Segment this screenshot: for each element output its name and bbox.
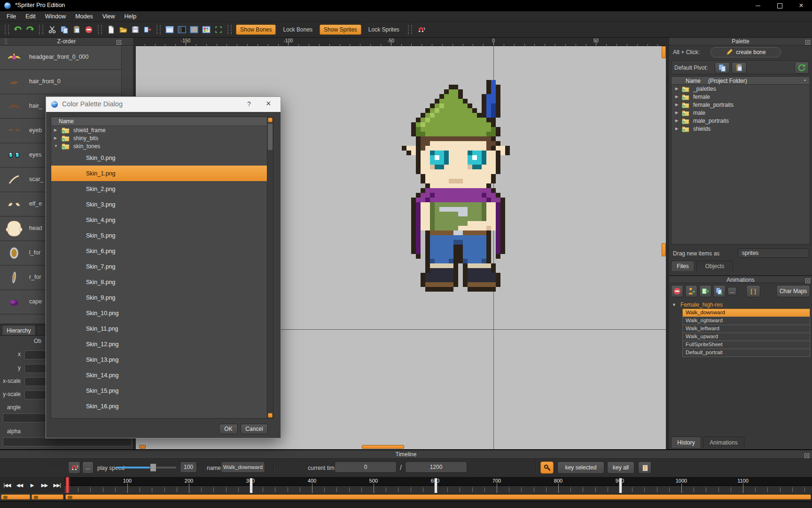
animation-group-label[interactable]: Female_high-res [680, 302, 723, 308]
expand-arrow-icon[interactable]: ▶ [54, 128, 59, 132]
menu-view[interactable]: View [98, 11, 120, 22]
view-dark-button[interactable] [176, 24, 188, 36]
project-folder-shields[interactable]: ▶shields [671, 125, 810, 133]
key-options-button[interactable] [638, 461, 651, 474]
project-folder-female_portraits[interactable]: ▶female_portraits [671, 101, 810, 109]
character-sprite[interactable] [402, 80, 515, 292]
toolbar-group-handle[interactable] [5, 25, 9, 34]
show-sprites-toggle[interactable]: Show Sprites [320, 24, 361, 35]
save-button[interactable] [129, 24, 141, 36]
toolbar-group-handle[interactable] [98, 25, 102, 34]
skin-item-skin_14[interactable]: Skin_14.png [51, 367, 273, 383]
dialog-folder-shiny_bits[interactable]: ▶shiny_bits [51, 134, 273, 142]
tab-files[interactable]: Files [671, 261, 695, 271]
animations-detach-icon[interactable] [805, 278, 810, 286]
animation-item-walk_upward[interactable]: Walk_upward [682, 333, 810, 341]
animation-item-fullspritesheet[interactable]: FullSpriteSheet [682, 341, 810, 349]
drag-new-items-select[interactable]: sprites [738, 248, 809, 258]
expand-arrow-icon[interactable]: ▶ [675, 95, 680, 99]
play-speed-slider-handle[interactable] [150, 463, 156, 472]
keyframe-marker[interactable] [434, 478, 437, 493]
expand-arrow-icon[interactable]: ▶ [54, 136, 59, 140]
skin-item-skin_7[interactable]: Skin_7.png [51, 259, 273, 274]
keyframe-marker[interactable] [250, 478, 253, 493]
key-button[interactable] [540, 461, 554, 474]
import-button[interactable] [141, 24, 154, 36]
view-grey-button[interactable] [188, 24, 200, 36]
toolbar-group-handle[interactable] [408, 25, 412, 34]
go-to-end-button[interactable]: ▶▶| [51, 478, 63, 492]
collapse-arrow-icon[interactable]: ▼ [54, 144, 59, 148]
menu-file[interactable]: File [2, 11, 21, 22]
open-folder-button[interactable] [117, 24, 129, 36]
skin-item-skin_10[interactable]: Skin_10.png [51, 305, 273, 321]
menu-help[interactable]: Help [120, 11, 141, 22]
previous-frame-button[interactable]: ◀◀ [14, 478, 26, 492]
duration-input[interactable]: 1200 [405, 461, 467, 473]
collapse-arrow-icon[interactable]: ▼ [672, 302, 676, 307]
skin-item-skin_9[interactable]: Skin_9.png [51, 290, 273, 305]
dialog-close-button[interactable]: × [266, 99, 271, 109]
expand-arrow-icon[interactable]: ▶ [675, 87, 680, 91]
timeline-scrollbar[interactable] [65, 494, 811, 500]
pivot-paste-button[interactable] [732, 62, 747, 73]
animation-item-walk_downward[interactable]: Walk_downward [682, 309, 810, 317]
expand-arrow-icon[interactable]: ▶ [675, 119, 680, 123]
go-to-start-button[interactable]: |◀◀ [1, 478, 13, 492]
copy-animation-button[interactable] [713, 285, 726, 297]
toolbar-group-handle[interactable] [156, 25, 161, 34]
fullscreen-button[interactable] [212, 24, 225, 36]
redo-button[interactable] [24, 24, 36, 36]
scroll-up-button[interactable] [268, 118, 273, 122]
palette-detach-icon[interactable] [805, 39, 810, 47]
canvas-hscroll-handle[interactable] [362, 445, 404, 449]
refresh-button[interactable] [795, 62, 809, 74]
animation-item-walk_rightward[interactable]: Walk_rightward [682, 317, 810, 325]
skin-item-skin_3[interactable]: Skin_3.png [51, 197, 273, 212]
playhead[interactable] [66, 477, 69, 493]
corner-scrollbar-1[interactable] [1, 494, 30, 500]
z-order-item[interactable]: headgear_front_0_000 [0, 46, 121, 70]
panel-drag-handle[interactable] [5, 39, 7, 44]
canvas-hscroll-left-handle[interactable] [139, 445, 146, 449]
skin-item-skin_12[interactable]: Skin_12.png [51, 336, 273, 352]
timeline-more-button[interactable]: ... [82, 461, 94, 474]
skin-item-skin_0[interactable]: Skin_0.png [51, 150, 273, 166]
skin-item-partial[interactable] [51, 414, 273, 419]
project-folder-female[interactable]: ▶female [671, 93, 810, 101]
skin-item-skin_15[interactable]: Skin_15.png [51, 383, 273, 398]
menu-modes[interactable]: Modes [70, 11, 98, 22]
animation-item-walk_leftward[interactable]: Walk_leftward [682, 325, 810, 333]
skin-item-skin_13[interactable]: Skin_13.png [51, 352, 273, 367]
expand-arrow-icon[interactable]: ▶ [675, 127, 680, 131]
snap-magnet-button[interactable] [68, 461, 80, 474]
paste-button[interactable] [70, 24, 83, 36]
export-animation-button[interactable] [699, 285, 711, 297]
timeline-detach-icon[interactable] [804, 452, 809, 460]
project-tree-header[interactable]: Name (Project Folder) ▴ [671, 77, 810, 85]
magnet-rotate-button[interactable] [415, 24, 427, 36]
play-speed-value-box[interactable]: 100 [180, 461, 197, 473]
view-light-button[interactable] [164, 24, 176, 36]
dialog-cancel-button[interactable]: Cancel [241, 424, 268, 434]
animation-group-row[interactable]: ▼ Female_high-res [669, 301, 812, 309]
dialog-help-button[interactable]: ? [247, 100, 251, 108]
close-button[interactable]: × [790, 0, 812, 11]
add-character-button[interactable] [685, 285, 697, 297]
dialog-scrollbar[interactable] [267, 117, 273, 418]
dialog-list-header[interactable]: Name [51, 117, 273, 126]
animation-name-input[interactable]: Walk_downward [221, 461, 265, 473]
new-file-button[interactable] [105, 24, 117, 36]
minimize-button[interactable] [747, 0, 769, 11]
dialog-ok-button[interactable]: OK [219, 424, 238, 434]
toolbar-group-handle[interactable] [39, 25, 43, 34]
skin-item-skin_16[interactable]: Skin_16.png [51, 398, 273, 414]
keyframe-marker[interactable] [619, 478, 622, 493]
delete-button[interactable] [83, 24, 95, 36]
skin-item-skin_1[interactable]: Skin_1.png [51, 166, 273, 181]
char-maps-button[interactable]: Char Maps [776, 285, 810, 297]
key-all-button[interactable]: key all [607, 461, 634, 474]
property-input-alpha[interactable] [3, 437, 132, 446]
animation-more-button[interactable]: ... [727, 287, 737, 295]
tab-animations[interactable]: Animations [703, 437, 744, 448]
